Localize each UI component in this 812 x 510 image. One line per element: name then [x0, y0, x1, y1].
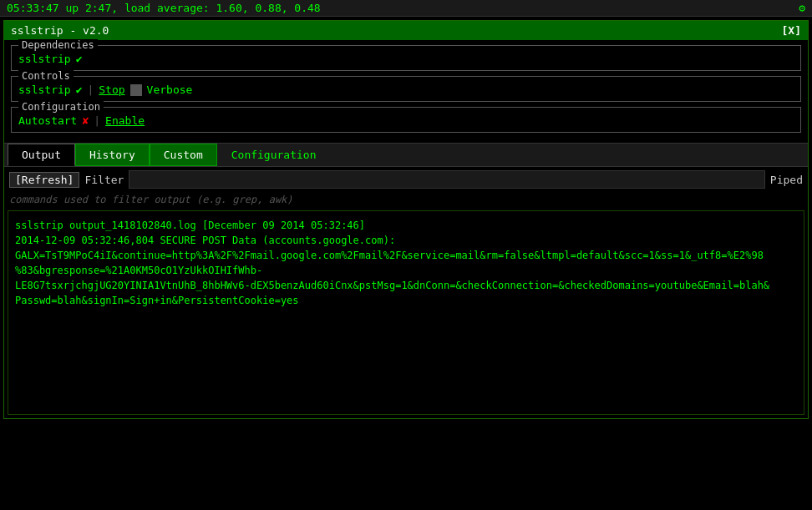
settings-icon: ⚙	[799, 2, 805, 14]
output-line: 2014-12-09 05:32:46,804 SECURE POST Data…	[15, 233, 797, 248]
refresh-button[interactable]: [Refresh]	[9, 172, 79, 188]
panels-area: Dependencies sslstrip ✔ Controls sslstri…	[4, 40, 808, 143]
enable-button[interactable]: Enable	[105, 114, 145, 127]
dependencies-content: sslstrip ✔	[18, 51, 794, 65]
output-line: LE8G7tsxrjchgjUG20YINIA1VtnUhB_8hbHWv6-d…	[15, 278, 797, 293]
window-title: sslstrip - v2.0	[11, 24, 109, 37]
output-line: %83&bgresponse=%21A0KM50cO1YzUkkOIHIfWhb…	[15, 263, 797, 278]
configuration-label: Configuration	[18, 101, 104, 113]
stop-button[interactable]: Stop	[99, 83, 124, 96]
filter-input[interactable]	[129, 170, 764, 189]
output-area[interactable]: sslstrip output_1418102840.log [December…	[8, 210, 804, 415]
verbose-label: Verbose	[147, 83, 193, 96]
controls-item: sslstrip	[18, 83, 71, 96]
tab-configuration[interactable]: Configuration	[217, 144, 331, 166]
output-line: GALX=TsT9MPoC4iI&continue=http%3A%2F%2Fm…	[15, 248, 797, 263]
tab-custom[interactable]: Custom	[150, 144, 217, 166]
controls-separator: |	[87, 83, 94, 96]
window-title-bar: sslstrip - v2.0 [X]	[4, 21, 808, 40]
filter-row: [Refresh] Filter Piped	[4, 167, 808, 192]
top-status-bar: 05:33:47 up 2:47, load average: 1.60, 0.…	[0, 0, 812, 17]
controls-status: ✔	[76, 83, 83, 96]
piped-label: Piped	[770, 174, 803, 186]
tab-history[interactable]: History	[75, 144, 150, 166]
main-window: sslstrip - v2.0 [X] Dependencies sslstri…	[3, 20, 809, 419]
controls-panel: Controls sslstrip ✔ | Stop Verbose	[11, 76, 801, 102]
window-close-button[interactable]: [X]	[782, 24, 801, 37]
verbose-checkbox[interactable]	[130, 84, 142, 96]
pipe-hint: commands used to filter output (e.g. gre…	[4, 192, 808, 207]
status-text: 05:33:47 up 2:47, load average: 1.60, 0.…	[7, 2, 321, 14]
config-separator: |	[94, 114, 100, 127]
autostart-label: Autostart	[18, 114, 77, 127]
configuration-panel: Configuration Autostart ✘ | Enable	[11, 107, 801, 133]
filter-label: Filter	[84, 174, 124, 186]
output-line: sslstrip output_1418102840.log [December…	[15, 218, 797, 233]
dependencies-status: ✔	[76, 53, 83, 65]
tabs-bar: Output History Custom Configuration	[4, 143, 808, 167]
controls-content: sslstrip ✔ | Stop Verbose	[18, 82, 794, 96]
configuration-content: Autostart ✘ | Enable	[18, 113, 794, 127]
autostart-status: ✘	[82, 114, 89, 127]
controls-label: Controls	[18, 70, 74, 82]
tab-output[interactable]: Output	[8, 144, 75, 166]
dependencies-label: Dependencies	[18, 39, 98, 51]
dependencies-panel: Dependencies sslstrip ✔	[11, 45, 801, 71]
output-line: Passwd=blah&signIn=Sign+in&PersistentCoo…	[15, 293, 797, 308]
dependencies-item: sslstrip	[18, 53, 71, 65]
